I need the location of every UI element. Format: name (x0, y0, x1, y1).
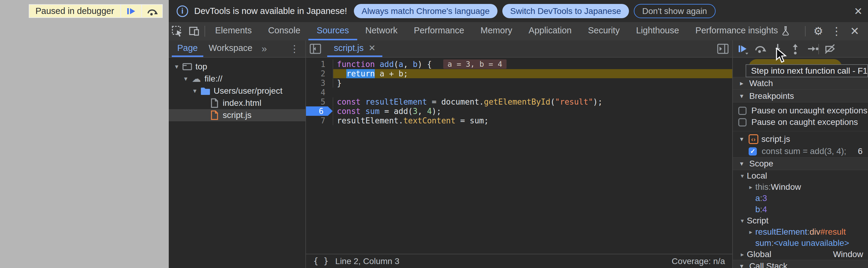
chevron-right-icon[interactable]: ▸ (746, 228, 755, 236)
step-out-icon[interactable] (789, 43, 801, 55)
tree-item-index-html[interactable]: index.html (169, 97, 305, 109)
section-watch[interactable]: ▸ Watch (733, 77, 868, 90)
scope-value-right: Window (833, 249, 863, 259)
more-tabs-chevron-icon[interactable]: » (258, 40, 271, 57)
scope-row-resultelement[interactable]: ▸resultElement: div#result (733, 226, 868, 237)
tree-item-users-user-project[interactable]: ▾Users/user/project (169, 85, 305, 97)
scope-row-local[interactable]: ▾Local (733, 170, 868, 181)
navigator-more-options-icon[interactable]: ⋮ (284, 40, 305, 57)
main-tab-performance[interactable]: Performance (406, 22, 472, 40)
breakpoint-file-row[interactable]: ▾ ‹› script.js (733, 133, 868, 145)
line-number[interactable]: 7 (306, 116, 333, 125)
main-tab-application[interactable]: Application (521, 22, 580, 40)
tab-close-icon[interactable]: ✕ (368, 43, 375, 53)
line-number[interactable]: 4 (306, 88, 333, 97)
code-token: ); (593, 97, 602, 107)
code-line-3[interactable]: 3} (306, 78, 732, 88)
code-editor[interactable]: 1function add(a, b) {a = 3, b = 42 retur… (306, 58, 732, 254)
code-line-content[interactable]: } (333, 79, 732, 88)
line-number[interactable]: 3 (306, 78, 333, 88)
tree-item-top[interactable]: ▾top (169, 61, 305, 73)
settings-gear-icon[interactable]: ⚙ (810, 25, 826, 38)
main-tab-network[interactable]: Network (357, 22, 406, 40)
main-tab-sources[interactable]: Sources (308, 22, 357, 40)
paused-in-debugger-overlay: Paused in debugger (29, 4, 163, 18)
cursor-position: Line 2, Column 3 (335, 257, 400, 266)
toolbar-divider (805, 26, 806, 36)
code-token: ) { (417, 60, 432, 69)
code-line-content[interactable]: resultElement.textContent = sum; (333, 116, 732, 125)
code-line-7[interactable]: 7resultElement.textContent = sum; (306, 116, 732, 125)
step-icon[interactable] (807, 43, 819, 55)
main-tab-label: Performance insights (695, 26, 778, 35)
hide-debugger-sidebar-button[interactable] (713, 40, 732, 57)
chevron-down-icon[interactable]: ▾ (738, 172, 747, 179)
device-toolbar-button[interactable] (186, 22, 203, 40)
tree-item-script-js[interactable]: script.js (169, 109, 305, 121)
chevron-down-icon[interactable]: ▾ (172, 63, 182, 71)
section-scope[interactable]: ▾ Scope (733, 157, 868, 170)
breakpoint-marker[interactable]: 6 (306, 107, 333, 116)
editor-tab-scriptjs[interactable]: script.js ✕ (327, 40, 382, 57)
resume-script-button[interactable] (121, 5, 141, 17)
main-tab-memory[interactable]: Memory (472, 22, 521, 40)
match-chrome-language-button[interactable]: Always match Chrome's language (354, 4, 497, 18)
tab-page[interactable]: Page (172, 40, 203, 57)
code-line-5[interactable]: 5const resultElement = document.getEleme… (306, 97, 732, 107)
frame-icon (182, 63, 193, 71)
chevron-right-icon[interactable]: ▸ (738, 251, 747, 258)
scope-row-this[interactable]: ▸this: Window (733, 181, 868, 192)
main-tab-security[interactable]: Security (580, 22, 628, 40)
chevron-down-icon[interactable]: ▾ (190, 87, 200, 95)
code-line-4[interactable]: 4 (306, 88, 732, 97)
code-token: = sum; (455, 116, 489, 125)
scope-row-global[interactable]: ▸GlobalWindow (733, 248, 868, 260)
main-tab-console[interactable]: Console (260, 22, 308, 40)
chevron-down-icon[interactable]: ▾ (738, 217, 747, 224)
main-tab-performance-insights[interactable]: Performance insights (687, 22, 798, 40)
resume-icon[interactable] (737, 43, 749, 55)
toolbar-right: ⚙ ⋮ ✕ (803, 22, 868, 40)
switch-to-japanese-button[interactable]: Switch DevTools to Japanese (502, 4, 629, 18)
step-over-button-overlay[interactable] (142, 5, 162, 17)
code-line-6[interactable]: 6const sum = add(3, 4); (306, 107, 732, 116)
device-toolbar-icon (188, 26, 200, 37)
main-tab-lighthouse[interactable]: Lighthouse (628, 22, 687, 40)
chevron-down-icon[interactable]: ▾ (181, 75, 191, 83)
tab-workspace[interactable]: Workspace (203, 40, 258, 57)
hide-navigator-button[interactable] (306, 40, 325, 57)
pause-caught-checkbox[interactable] (738, 118, 746, 126)
line-number[interactable]: 1 (306, 59, 333, 69)
section-call-stack[interactable]: ▾ Call Stack (733, 260, 868, 268)
code-line-content[interactable]: const resultElement = document.getElemen… (333, 97, 732, 107)
breakpoint-entry[interactable]: ✓ const sum = add(3, 4); 6 (733, 145, 868, 157)
devtools-close-icon[interactable]: ✕ (847, 25, 863, 38)
dont-show-again-button[interactable]: Don't show again (634, 4, 716, 18)
main-tab-elements[interactable]: Elements (207, 22, 260, 40)
code-line-2[interactable]: 2 return a + b; (306, 69, 732, 78)
scope-text: 3 (762, 193, 767, 203)
code-line-content[interactable]: return a + b; (333, 69, 732, 78)
scope-text: : (807, 227, 809, 237)
code-line-1[interactable]: 1function add(a, b) {a = 3, b = 4 (306, 59, 732, 69)
tree-item-label: file:// (205, 74, 222, 84)
code-line-content[interactable]: const sum = add(3, 4); (333, 107, 732, 116)
notification-close-icon[interactable]: ✕ (854, 5, 863, 17)
code-line-content[interactable]: function add(a, b) {a = 3, b = 4 (333, 59, 732, 69)
breakpoint-checkbox[interactable]: ✓ (749, 147, 757, 155)
braces-icon[interactable]: { } (313, 256, 329, 266)
chevron-right-icon[interactable]: ▸ (746, 183, 755, 191)
tree-item-file-[interactable]: ▾☁file:// (169, 73, 305, 85)
line-number[interactable]: 2 (306, 69, 333, 78)
line-number[interactable]: 5 (306, 97, 333, 107)
toolbar-divider (205, 26, 205, 37)
pause-uncaught-checkbox[interactable] (738, 107, 746, 115)
scope-row-script[interactable]: ▾Script (733, 215, 868, 226)
section-breakpoints[interactable]: ▾ Breakpoints (733, 90, 868, 102)
info-icon: i (177, 5, 188, 17)
code-token: ( (550, 97, 555, 107)
inspect-element-button[interactable] (169, 22, 186, 40)
deactivate-breakpoints-icon[interactable] (824, 43, 836, 55)
step-over-icon[interactable] (754, 43, 766, 55)
more-options-kebab-icon[interactable]: ⋮ (829, 25, 844, 38)
